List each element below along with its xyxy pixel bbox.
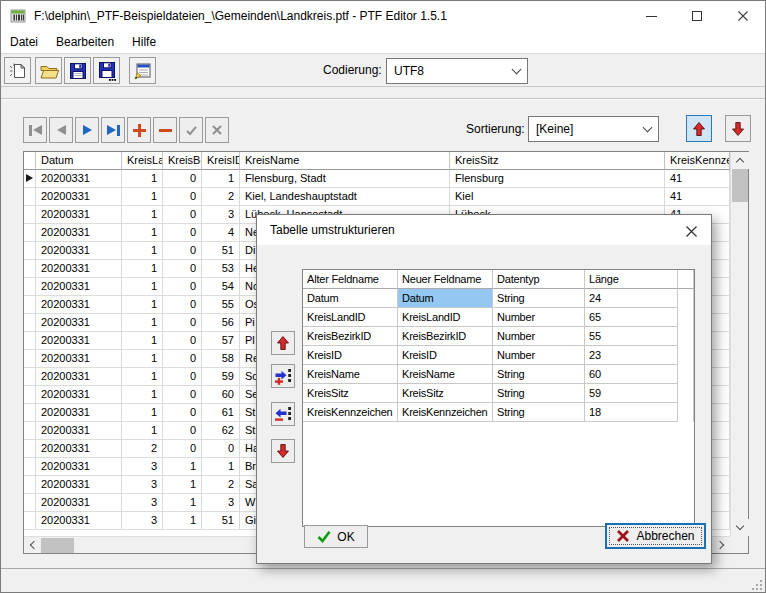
grid-cell[interactable]: 1 [122,242,163,260]
grid-cell[interactable]: 0 [163,224,202,242]
field-cell[interactable]: Number [493,327,585,346]
grid-cell[interactable]: 0 [163,278,202,296]
post-edit-button[interactable] [179,117,203,143]
grid-cell[interactable]: 3 [122,494,163,512]
edit-structure-button[interactable] [129,57,156,84]
grid-cell[interactable]: 1 [122,404,163,422]
insert-record-button[interactable] [127,117,151,143]
field-table-row[interactable]: DatumDatumString24 [303,289,694,308]
grid-cell[interactable]: 1 [122,386,163,404]
dialog-close-button[interactable] [683,223,699,239]
grid-cell[interactable]: Flensburg [450,170,665,188]
grid-cell[interactable]: 60 [202,386,240,404]
field-cell[interactable]: KreisKennzeichen [398,403,493,422]
maximize-button[interactable] [674,1,720,31]
field-cell[interactable]: String [493,289,585,308]
scroll-right-button[interactable] [713,537,730,553]
grid-cell[interactable]: 0 [163,188,202,206]
grid-cell[interactable]: 4 [202,224,240,242]
first-record-button[interactable] [23,117,47,143]
grid-cell[interactable]: 51 [202,242,240,260]
grid-cell[interactable]: 20200331 [36,188,122,206]
field-cell[interactable]: KreisID [398,346,493,365]
table-row[interactable]: 20200331101Flensburg, StadtFlensburg41 [24,170,748,188]
grid-cell[interactable]: 2 [202,188,240,206]
grid-cell[interactable]: 1 [122,278,163,296]
table-row[interactable]: 20200331102Kiel, LandeshauptstadtKiel41 [24,188,748,206]
field-cell[interactable]: KreisBezirkID [303,327,398,346]
grid-cell[interactable]: 56 [202,314,240,332]
grid-cell[interactable]: 54 [202,278,240,296]
grid-cell[interactable]: 3 [122,512,163,530]
save-button[interactable] [64,57,91,84]
menu-datei[interactable]: Datei [9,31,47,53]
last-record-button[interactable] [101,117,125,143]
grid-cell[interactable]: 1 [122,368,163,386]
field-cell[interactable]: 24 [585,289,678,308]
field-cell[interactable]: KreisLandID [398,308,493,327]
grid-cell[interactable]: 0 [163,314,202,332]
grid-cell[interactable]: 0 [163,440,202,458]
grid-cell[interactable]: 20200331 [36,512,122,530]
grid-cell[interactable]: 20200331 [36,170,122,188]
grid-cell[interactable]: 0 [163,296,202,314]
grid-cell[interactable]: Kiel, Landeshauptstadt [240,188,450,206]
grid-cell[interactable]: 2 [202,476,240,494]
cancel-edit-button[interactable] [205,117,229,143]
grid-cell[interactable]: 0 [163,332,202,350]
field-cell[interactable]: KreisBezirkID [398,327,493,346]
grid-cell[interactable]: 1 [163,512,202,530]
ok-button[interactable]: OK [304,525,368,548]
open-file-button[interactable] [35,57,62,84]
vertical-scroll-thumb[interactable] [732,169,748,202]
grid-cell[interactable]: 20200331 [36,458,122,476]
grid-cell[interactable]: 20200331 [36,422,122,440]
scroll-up-button[interactable] [731,152,749,169]
grid-cell[interactable]: 20200331 [36,368,122,386]
grid-cell[interactable]: 1 [122,296,163,314]
grid-cell[interactable]: Flensburg, Stadt [240,170,450,188]
grid-cell[interactable]: 20200331 [36,224,122,242]
menu-bearbeiten[interactable]: Bearbeiten [47,31,123,53]
grid-cell[interactable]: 0 [163,242,202,260]
grid-cell[interactable]: 20200331 [36,314,122,332]
field-table-row[interactable]: KreisBezirkIDKreisBezirkIDNumber55 [303,327,694,346]
move-field-up-button[interactable] [271,331,295,355]
grid-cell[interactable]: 1 [163,494,202,512]
field-cell[interactable]: 55 [585,327,678,346]
field-cell[interactable]: Datum [303,289,398,308]
grid-cell[interactable]: 59 [202,368,240,386]
grid-cell[interactable]: 41 [665,170,730,188]
field-table-row[interactable]: KreisSitzKreisSitzString59 [303,384,694,403]
new-file-button[interactable] [4,57,31,84]
sortierung-combobox[interactable]: [Keine] [528,116,659,142]
field-table-row[interactable]: KreisLandIDKreisLandIDNumber65 [303,308,694,327]
grid-cell[interactable]: 20200331 [36,476,122,494]
grid-cell[interactable]: Kiel [450,188,665,206]
grid-cell[interactable]: 20200331 [36,296,122,314]
field-cell[interactable]: 23 [585,346,678,365]
grid-cell[interactable]: 20200331 [36,386,122,404]
grid-cell[interactable]: 1 [122,206,163,224]
grid-cell[interactable]: 1 [202,170,240,188]
grid-cell[interactable]: 3 [122,476,163,494]
grid-cell[interactable]: 1 [163,458,202,476]
menu-hilfe[interactable]: Hilfe [123,31,165,53]
field-cell[interactable]: Datum [398,289,493,308]
grid-cell[interactable]: 1 [122,170,163,188]
field-cell[interactable]: KreisLandID [303,308,398,327]
grid-cell[interactable]: 0 [163,404,202,422]
field-cell[interactable]: 60 [585,365,678,384]
grid-cell[interactable]: 20200331 [36,494,122,512]
encoding-combobox[interactable]: UTF8 [386,58,528,84]
grid-cell[interactable]: 0 [163,368,202,386]
cancel-button[interactable]: Abbrechen [605,523,706,549]
grid-cell[interactable]: 1 [202,458,240,476]
grid-cell[interactable]: 53 [202,260,240,278]
sort-descending-button[interactable] [725,115,751,142]
grid-cell[interactable]: 41 [665,188,730,206]
close-button[interactable] [720,1,766,31]
field-cell[interactable]: KreisSitz [303,384,398,403]
grid-cell[interactable]: 1 [163,476,202,494]
grid-cell[interactable]: 20200331 [36,350,122,368]
